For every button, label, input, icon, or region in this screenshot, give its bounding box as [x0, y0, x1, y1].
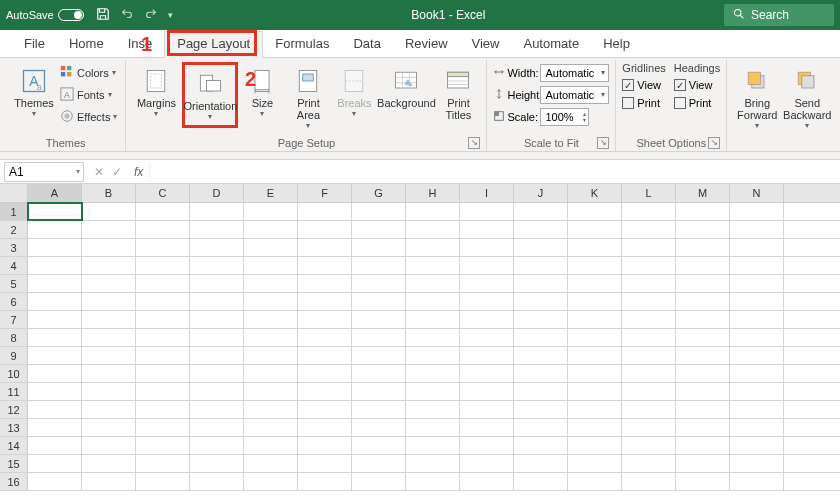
cell[interactable]	[514, 455, 568, 472]
cell[interactable]	[730, 329, 784, 346]
cell[interactable]	[190, 311, 244, 328]
cell[interactable]	[568, 473, 622, 490]
row-header[interactable]: 12	[0, 401, 28, 418]
cell[interactable]	[730, 437, 784, 454]
bring-forward-button[interactable]: Bring Forward ▾	[733, 62, 781, 134]
cell[interactable]	[406, 293, 460, 310]
cell[interactable]	[730, 419, 784, 436]
cell[interactable]	[622, 239, 676, 256]
cell[interactable]	[622, 257, 676, 274]
cell[interactable]	[298, 221, 352, 238]
cell[interactable]	[190, 419, 244, 436]
cell[interactable]	[514, 293, 568, 310]
tab-view[interactable]: View	[460, 32, 512, 57]
cell[interactable]	[136, 203, 190, 220]
cell[interactable]	[28, 329, 82, 346]
cell[interactable]	[28, 455, 82, 472]
cell[interactable]	[244, 437, 298, 454]
cell[interactable]	[460, 383, 514, 400]
cell[interactable]	[622, 221, 676, 238]
column-header[interactable]: B	[82, 184, 136, 202]
column-header[interactable]: N	[730, 184, 784, 202]
cell[interactable]	[136, 401, 190, 418]
cell[interactable]	[352, 203, 406, 220]
cell[interactable]	[136, 239, 190, 256]
print-titles-button[interactable]: Print Titles	[436, 62, 480, 124]
cell[interactable]	[352, 293, 406, 310]
cell[interactable]	[568, 257, 622, 274]
tab-data[interactable]: Data	[341, 32, 392, 57]
cell[interactable]	[406, 347, 460, 364]
colors-button[interactable]: Colors▾	[58, 62, 119, 83]
cell[interactable]	[136, 365, 190, 382]
cell[interactable]	[352, 437, 406, 454]
cell[interactable]	[514, 401, 568, 418]
cell[interactable]	[676, 329, 730, 346]
tab-page-layout[interactable]: Page Layout	[164, 31, 263, 58]
cell[interactable]	[568, 401, 622, 418]
cell[interactable]	[622, 347, 676, 364]
cell[interactable]	[190, 401, 244, 418]
fonts-button[interactable]: A Fonts▾	[58, 84, 119, 105]
cell[interactable]	[136, 311, 190, 328]
cell[interactable]	[730, 455, 784, 472]
cell[interactable]	[460, 437, 514, 454]
cell[interactable]	[82, 239, 136, 256]
cell[interactable]	[352, 419, 406, 436]
cell[interactable]	[730, 275, 784, 292]
cell[interactable]	[28, 257, 82, 274]
background-button[interactable]: Background	[378, 62, 434, 112]
cell[interactable]	[190, 437, 244, 454]
cell[interactable]	[514, 275, 568, 292]
column-header[interactable]: L	[622, 184, 676, 202]
cell[interactable]	[190, 473, 244, 490]
cell[interactable]	[136, 347, 190, 364]
cell[interactable]	[136, 473, 190, 490]
cell[interactable]	[676, 275, 730, 292]
cell[interactable]	[622, 473, 676, 490]
cell[interactable]	[136, 293, 190, 310]
cell[interactable]	[568, 203, 622, 220]
cell[interactable]	[568, 221, 622, 238]
headings-print-checkbox[interactable]: Print	[674, 94, 720, 112]
cell[interactable]	[28, 419, 82, 436]
cell[interactable]	[352, 473, 406, 490]
autosave-toggle[interactable]: AutoSave	[6, 9, 84, 21]
cell[interactable]	[406, 365, 460, 382]
column-header[interactable]: D	[190, 184, 244, 202]
cell[interactable]	[514, 473, 568, 490]
row-header[interactable]: 2	[0, 221, 28, 238]
cell[interactable]	[622, 419, 676, 436]
cell[interactable]	[28, 401, 82, 418]
cell[interactable]	[298, 365, 352, 382]
effects-button[interactable]: Effects▾	[58, 106, 119, 127]
cell[interactable]	[298, 473, 352, 490]
cell[interactable]	[190, 257, 244, 274]
cell[interactable]	[676, 383, 730, 400]
cell[interactable]	[514, 383, 568, 400]
cell[interactable]	[82, 329, 136, 346]
cell[interactable]	[460, 275, 514, 292]
cell[interactable]	[298, 401, 352, 418]
cell[interactable]	[460, 221, 514, 238]
cell[interactable]	[730, 473, 784, 490]
tab-file[interactable]: File	[12, 32, 57, 57]
cell[interactable]	[406, 437, 460, 454]
cell[interactable]	[136, 221, 190, 238]
cell[interactable]	[676, 257, 730, 274]
cell[interactable]	[298, 419, 352, 436]
cell[interactable]	[352, 275, 406, 292]
cell[interactable]	[82, 293, 136, 310]
cell[interactable]	[676, 203, 730, 220]
cell[interactable]	[730, 257, 784, 274]
cell[interactable]	[460, 365, 514, 382]
cell[interactable]	[244, 419, 298, 436]
cell[interactable]	[352, 311, 406, 328]
cell[interactable]	[622, 311, 676, 328]
cell[interactable]	[244, 293, 298, 310]
row-header[interactable]: 15	[0, 455, 28, 472]
cell[interactable]	[244, 383, 298, 400]
column-header[interactable]: A	[28, 184, 82, 202]
dialog-launcher-icon[interactable]: ↘	[597, 137, 609, 149]
cell[interactable]	[244, 203, 298, 220]
